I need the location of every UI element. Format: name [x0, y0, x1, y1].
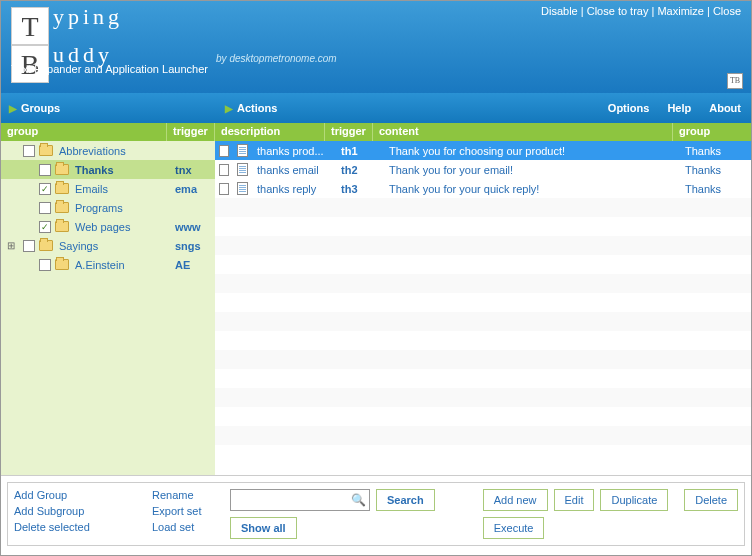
col-description[interactable]: description [215, 123, 325, 141]
tree-item-label: Emails [75, 183, 175, 195]
tree-item[interactable]: A.EinsteinAE [1, 255, 215, 274]
tree-item-label: A.Einstein [75, 259, 175, 271]
empty-row [215, 369, 751, 388]
tree-item-trigger: sngs [175, 240, 215, 252]
empty-row [215, 198, 751, 217]
menu-options[interactable]: Options [608, 102, 650, 114]
checkbox[interactable] [219, 183, 229, 195]
tree-item-trigger: ema [175, 183, 215, 195]
expander-icon[interactable]: ⊞ [3, 240, 19, 251]
action-row[interactable]: thanks emailth2Thank you for your email!… [215, 160, 751, 179]
tray-icon[interactable]: TB [727, 73, 743, 89]
empty-row [215, 217, 751, 236]
tree-item-label: Sayings [59, 240, 175, 252]
add-new-button[interactable]: Add new [483, 489, 548, 511]
col-content[interactable]: content [373, 123, 673, 141]
menu-actions[interactable]: ▶ Actions [217, 102, 285, 114]
empty-row [215, 407, 751, 426]
checkbox[interactable]: ✓ [39, 183, 51, 195]
folder-icon [55, 259, 69, 270]
tree-item[interactable]: ⊞Sayingssngs [1, 236, 215, 255]
search-input[interactable] [230, 489, 370, 511]
footer-search-area: 🔍 Search Show all [230, 489, 435, 539]
action-description: thanks reply [251, 183, 335, 195]
footer-set-commands: Rename Export set Load set [152, 489, 222, 539]
empty-row [215, 445, 751, 464]
action-content: Thank you for choosing our product! [383, 145, 679, 157]
tree-item[interactable]: ✓Web pageswww [1, 217, 215, 236]
search-button[interactable]: Search [376, 489, 435, 511]
document-icon [237, 182, 248, 195]
show-all-button[interactable]: Show all [230, 517, 297, 539]
footer: Add Group Add Subgroup Delete selected R… [1, 475, 751, 555]
folder-icon [39, 240, 53, 251]
main-area: AbbreviationsThankstnx✓EmailsemaPrograms… [1, 141, 751, 475]
empty-row [215, 388, 751, 407]
action-content: Thank you for your email! [383, 164, 679, 176]
empty-row [215, 236, 751, 255]
menu-help[interactable]: Help [667, 102, 691, 114]
window-controls: Disable | Close to tray | Maximize | Clo… [541, 5, 741, 17]
action-trigger: th2 [335, 164, 383, 176]
delete-selected-link[interactable]: Delete selected [14, 521, 144, 533]
delete-button[interactable]: Delete [684, 489, 738, 511]
checkbox[interactable]: ✓ [39, 221, 51, 233]
action-group: Thanks [679, 164, 751, 176]
tree-item-trigger: tnx [175, 164, 215, 176]
col-action-trigger[interactable]: trigger [325, 123, 373, 141]
footer-delete-area: Delete [684, 489, 738, 539]
add-group-link[interactable]: Add Group [14, 489, 144, 501]
col-trigger[interactable]: trigger [167, 123, 215, 141]
edit-button[interactable]: Edit [554, 489, 595, 511]
tree-item[interactable]: Programs [1, 198, 215, 217]
empty-row [215, 331, 751, 350]
tagline: Text Expander and Application Launcher [11, 63, 208, 75]
col-action-group[interactable]: group [673, 123, 751, 141]
folder-icon [55, 183, 69, 194]
tree-item[interactable]: ✓Emailsema [1, 179, 215, 198]
close-link[interactable]: Close [713, 5, 741, 17]
duplicate-button[interactable]: Duplicate [600, 489, 668, 511]
tree-item-trigger: AE [175, 259, 215, 271]
checkbox[interactable] [23, 240, 35, 252]
rename-link[interactable]: Rename [152, 489, 222, 501]
add-subgroup-link[interactable]: Add Subgroup [14, 505, 144, 517]
search-icon: 🔍 [351, 493, 366, 507]
checkbox[interactable] [219, 164, 229, 176]
empty-row [215, 293, 751, 312]
execute-button[interactable]: Execute [483, 517, 545, 539]
app-window: Disable | Close to tray | Maximize | Clo… [0, 0, 752, 556]
folder-icon [39, 145, 53, 156]
checkbox[interactable] [219, 145, 229, 157]
menubar: ▶ Groups ▶ Actions Options Help About [1, 93, 751, 123]
checkbox[interactable] [23, 145, 35, 157]
tree-item[interactable]: Abbreviations [1, 141, 215, 160]
load-set-link[interactable]: Load set [152, 521, 222, 533]
menu-groups[interactable]: ▶ Groups [1, 102, 217, 114]
action-row[interactable]: thanks prod...th1Thank you for choosing … [215, 141, 751, 160]
actions-list: thanks prod...th1Thank you for choosing … [215, 141, 751, 475]
col-group[interactable]: group [1, 123, 167, 141]
tree-item-trigger: www [175, 221, 215, 233]
empty-row [215, 426, 751, 445]
checkbox[interactable] [39, 164, 51, 176]
title-bar: Disable | Close to tray | Maximize | Clo… [1, 1, 751, 93]
maximize-link[interactable]: Maximize [657, 5, 703, 17]
close-to-tray-link[interactable]: Close to tray [587, 5, 649, 17]
action-description: thanks prod... [251, 145, 335, 157]
menu-about[interactable]: About [709, 102, 741, 114]
action-description: thanks email [251, 164, 335, 176]
footer-action-buttons: Add new Edit Duplicate Execute [483, 489, 669, 539]
checkbox[interactable] [39, 202, 51, 214]
tree-item[interactable]: Thankstnx [1, 160, 215, 179]
empty-row [215, 255, 751, 274]
export-set-link[interactable]: Export set [152, 505, 222, 517]
logo-word-typing: yping [53, 4, 123, 29]
checkbox[interactable] [39, 259, 51, 271]
tree-item-label: Abbreviations [59, 145, 175, 157]
tree-item-label: Programs [75, 202, 175, 214]
action-group: Thanks [679, 145, 751, 157]
action-row[interactable]: thanks replyth3Thank you for your quick … [215, 179, 751, 198]
tree-item-label: Thanks [75, 164, 175, 176]
disable-link[interactable]: Disable [541, 5, 578, 17]
